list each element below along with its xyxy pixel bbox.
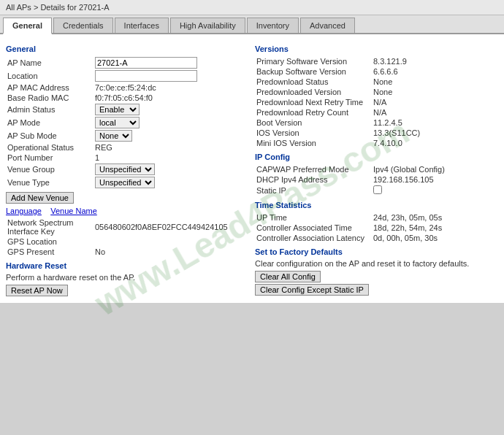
table-row: Location [6, 69, 249, 82]
ap-name-value [93, 56, 249, 69]
predownload-retry-time-value: N/A [372, 97, 498, 107]
ap-mode-label: AP Mode [6, 116, 93, 129]
venue-group-select[interactable]: Unspecified [95, 163, 155, 175]
ap-mode-value: local monitor sniffer [93, 116, 249, 129]
table-row: Static IP [255, 185, 498, 196]
ap-sub-mode-value: None [93, 129, 249, 142]
venue-type-value: Unspecified [93, 176, 249, 189]
tab-advanced[interactable]: Advanced [300, 18, 355, 33]
clear-config-except-static-ip-button[interactable]: Clear Config Except Static IP [255, 284, 369, 296]
reset-ap-button[interactable]: Reset AP Now [6, 285, 68, 296]
ap-sub-mode-select[interactable]: None [95, 130, 132, 142]
table-row: Predownloaded Version None [255, 87, 498, 97]
ios-version-value: 13.3(S11CC) [372, 128, 498, 138]
tab-inventory[interactable]: Inventory [247, 18, 299, 33]
table-row: Mini IOS Version 7.4.10.0 [255, 138, 498, 148]
controller-associated-time-label: Controller Associated Time [255, 223, 372, 233]
hardware-reset-section: Hardware Reset Perform a hardware reset … [6, 261, 249, 297]
tab-high-availability[interactable]: High Availability [170, 18, 245, 33]
hardware-reset-title: Hardware Reset [6, 261, 249, 270]
controller-associated-time-value: 18d, 22h, 54m, 24s [372, 223, 498, 233]
general-section-title: General [6, 45, 249, 53]
ip-config-title: IP Config [255, 153, 498, 161]
port-number-value: 1 [93, 153, 249, 163]
table-row: Port Number 1 [6, 153, 249, 163]
controller-association-latency-value: 0d, 00h, 05m, 30s [372, 233, 498, 243]
versions-section-title: Versions [255, 45, 498, 53]
primary-sw-label: Primary Software Version [255, 56, 372, 66]
location-input[interactable] [95, 70, 197, 82]
network-key-value: 056480602f0A8EF02FCC449424105 [93, 218, 249, 236]
table-row: Primary Software Version 8.3.121.9 [255, 56, 498, 66]
dhcp-ipv4-label: DHCP Ipv4 Address [255, 174, 372, 185]
controller-association-latency-label: Controller Association Latency [255, 233, 372, 243]
tab-credentials[interactable]: Credentials [53, 18, 113, 33]
table-row: GPS Location [6, 236, 249, 247]
time-stats-title: Time Statistics [255, 201, 498, 209]
gps-present-value: No [93, 247, 249, 257]
boot-version-value: 11.2.4.5 [372, 118, 498, 128]
predownload-retry-count-label: Predownload Retry Count [255, 107, 372, 118]
network-key-label: Network SpectrumInterface Key [6, 218, 93, 236]
tab-general[interactable]: General [3, 18, 52, 34]
predownload-status-label: Predownload Status [255, 77, 372, 87]
venue-name-link[interactable]: Venue Name [50, 207, 97, 215]
predownloaded-version-value: None [372, 87, 498, 97]
gps-location-label: GPS Location [6, 236, 93, 247]
table-row: AP MAC Address 7c:0e:ce:f5:24:dc [6, 82, 249, 93]
left-panel: General AP Name Location AP MAC Address … [6, 40, 249, 297]
tab-interfaces[interactable]: Interfaces [115, 18, 169, 33]
table-row: CAPWAP Preferred Mode Ipv4 (Global Confi… [255, 164, 498, 174]
static-ip-checkbox[interactable] [373, 185, 382, 194]
venue-type-select[interactable]: Unspecified [95, 177, 155, 188]
add-venue-button[interactable]: Add New Venue [6, 192, 74, 204]
mini-ios-version-label: Mini IOS Version [255, 138, 372, 148]
tab-bar: General Credentials Interfaces High Avai… [0, 15, 504, 34]
port-number-label: Port Number [6, 153, 93, 163]
backup-sw-label: Backup Software Version [255, 66, 372, 77]
predownloaded-version-label: Predownloaded Version [255, 87, 372, 97]
table-row: Network SpectrumInterface Key 056480602f… [6, 218, 249, 236]
table-row: DHCP Ipv4 Address 192.168.156.105 [255, 174, 498, 185]
location-value [93, 69, 249, 82]
dhcp-ipv4-value: 192.168.156.105 [372, 174, 498, 185]
mini-ios-version-value: 7.4.10.0 [372, 138, 498, 148]
links-row: Language Venue Name [6, 207, 249, 215]
right-panel: Versions Primary Software Version 8.3.12… [255, 40, 498, 297]
ap-name-input[interactable] [95, 57, 197, 69]
static-ip-value [372, 185, 498, 196]
table-row: UP Time 24d, 23h, 05m, 05s [255, 212, 498, 223]
backup-sw-value: 6.6.6.6 [372, 66, 498, 77]
table-row: Predownload Next Retry Time N/A [255, 97, 498, 107]
venue-type-label: Venue Type [6, 176, 93, 189]
ap-sub-mode-label: AP Sub Mode [6, 129, 93, 142]
location-label: Location [6, 69, 93, 82]
factory-defaults-buttons: Clear All Config Clear Config Except Sta… [255, 271, 498, 296]
versions-table: Primary Software Version 8.3.121.9 Backu… [255, 56, 498, 148]
table-row: AP Mode local monitor sniffer [6, 116, 249, 129]
add-venue-row: Add New Venue [6, 191, 249, 204]
boot-version-label: Boot Version [255, 118, 372, 128]
ap-mode-select[interactable]: local monitor sniffer [95, 117, 140, 128]
table-row: Controller Associated Time 18d, 22h, 54m… [255, 223, 498, 233]
factory-defaults-title: Set to Factory Defaults [255, 247, 498, 256]
clear-all-config-button[interactable]: Clear All Config [255, 271, 321, 282]
predownload-retry-time-label: Predownload Next Retry Time [255, 97, 372, 107]
table-row: Backup Software Version 6.6.6.6 [255, 66, 498, 77]
language-link[interactable]: Language [6, 207, 42, 215]
ap-name-label: AP Name [6, 56, 93, 69]
base-radio-mac-label: Base Radio MAC [6, 93, 93, 103]
ap-mac-label: AP MAC Address [6, 82, 93, 93]
table-row: IOS Version 13.3(S11CC) [255, 128, 498, 138]
table-row: AP Name [6, 56, 249, 69]
table-row: Controller Association Latency 0d, 00h, … [255, 233, 498, 243]
breadcrumb: All APs > Details for 27021-A [0, 0, 504, 15]
table-row: Base Radio MAC f0:7f:05:c6:54:f0 [6, 93, 249, 103]
table-row: Predownload Status None [255, 77, 498, 87]
predownload-status-value: None [372, 77, 498, 87]
hardware-reset-desc: Perform a hardware reset on the AP. [6, 273, 249, 282]
ap-mac-value: 7c:0e:ce:f5:24:dc [93, 82, 249, 93]
admin-status-select[interactable]: Enable Disable [95, 104, 140, 115]
primary-sw-value: 8.3.121.9 [372, 56, 498, 66]
table-row: Venue Group Unspecified [6, 163, 249, 176]
